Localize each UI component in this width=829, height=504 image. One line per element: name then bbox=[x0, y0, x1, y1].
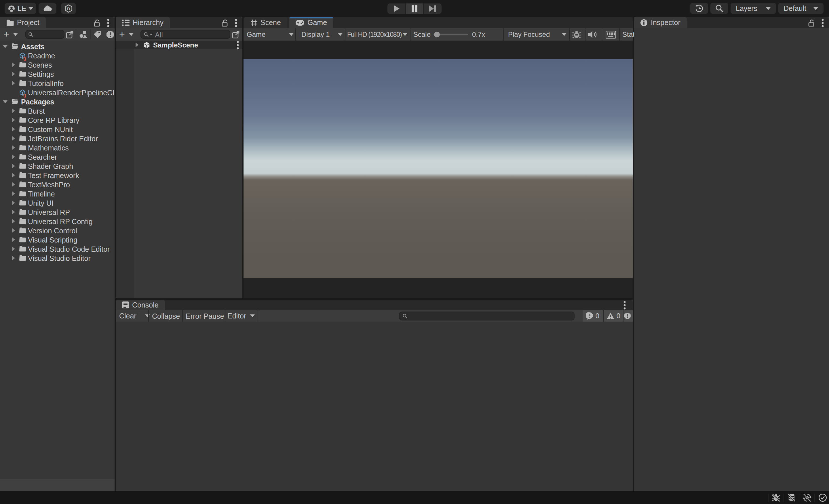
svg-text:{}: {} bbox=[23, 56, 26, 61]
svg-text:{}: {} bbox=[23, 93, 26, 98]
svg-text:D: D bbox=[67, 6, 70, 11]
